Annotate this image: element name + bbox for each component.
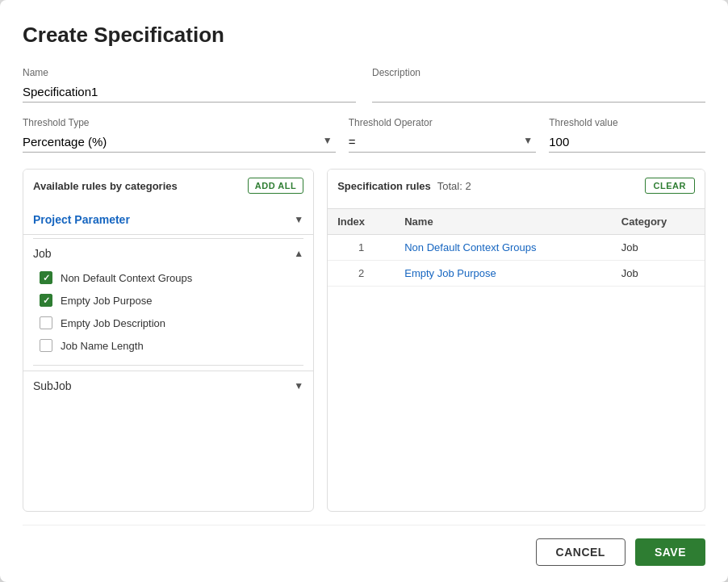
spec-rules-panel: Specification rules Total: 2 CLEAR Index…: [327, 169, 705, 512]
col-index: Index: [328, 209, 395, 235]
row-2-name[interactable]: Empty Job Purpose: [395, 261, 612, 287]
name-description-row: Name Description: [23, 67, 705, 103]
name-field-group: Name: [23, 67, 356, 103]
threshold-type-group: Threshold Type Percentage (%) ▼: [23, 117, 336, 153]
row-1-category: Job: [612, 235, 705, 261]
rule-item-4[interactable]: Job Name Length: [23, 334, 313, 357]
threshold-value-group: Threshold value: [549, 117, 705, 153]
spec-panel-header: Specification rules Total: 2 CLEAR: [328, 170, 705, 202]
category-dropdown-arrow[interactable]: ▼: [294, 214, 303, 225]
dialog-title: Create Specification: [23, 23, 705, 48]
name-input[interactable]: [23, 82, 356, 103]
table-row: 2 Empty Job Purpose Job: [328, 261, 705, 287]
checkbox-1[interactable]: [40, 271, 52, 284]
clear-button[interactable]: CLEAR: [645, 178, 695, 194]
panels-row: Available rules by categories ADD ALL Pr…: [23, 169, 705, 512]
job-group-arrow[interactable]: ▲: [294, 248, 303, 259]
dialog-footer: CANCEL SAVE: [23, 525, 705, 566]
description-label: Description: [372, 67, 705, 78]
threshold-operator-label: Threshold Operator: [349, 117, 537, 128]
col-name: Name: [395, 209, 612, 235]
rule-item-3[interactable]: Empty Job Description: [23, 312, 313, 334]
threshold-value-input[interactable]: [549, 132, 705, 153]
rule-label-1: Non Default Context Groups: [61, 272, 192, 284]
spec-panel-header-left: Specification rules Total: 2: [337, 180, 471, 192]
threshold-type-select[interactable]: Percentage (%): [23, 132, 336, 153]
subjob-arrow[interactable]: ▼: [294, 380, 303, 391]
rule-item-2[interactable]: Empty Job Purpose: [23, 289, 313, 312]
available-panel-header: Available rules by categories ADD ALL: [23, 170, 313, 202]
checkbox-3[interactable]: [40, 316, 52, 329]
subjob-header[interactable]: SubJob ▼: [23, 371, 313, 400]
available-panel-title: Available rules by categories: [33, 180, 178, 192]
save-button[interactable]: SAVE: [635, 538, 705, 566]
subjob-label: SubJob: [33, 379, 71, 392]
row-1-index: 1: [328, 235, 395, 261]
threshold-type-label: Threshold Type: [23, 117, 336, 128]
spec-table-head: Index Name Category: [328, 209, 705, 235]
available-panel-body: Project Parameter ▼ Job ▲ Non Default Co…: [23, 202, 313, 511]
checkbox-2[interactable]: [40, 294, 52, 307]
spec-panel-title: Specification rules: [337, 180, 431, 192]
row-1-name[interactable]: Non Default Context Groups: [395, 235, 612, 261]
name-label: Name: [23, 67, 356, 78]
spec-table-header-row: Index Name Category: [328, 209, 705, 235]
table-row: 1 Non Default Context Groups Job: [328, 235, 705, 261]
cancel-button[interactable]: CANCEL: [536, 538, 625, 566]
subjob-section: SubJob ▼: [23, 371, 313, 400]
threshold-row: Threshold Type Percentage (%) ▼ Threshol…: [23, 117, 705, 153]
description-field-group: Description: [372, 67, 705, 103]
available-rules-panel: Available rules by categories ADD ALL Pr…: [23, 169, 314, 512]
spec-panel-body: Index Name Category 1 Non Default Contex…: [328, 202, 705, 511]
rule-label-3: Empty Job Description: [61, 317, 165, 329]
create-specification-dialog: Create Specification Name Description Th…: [0, 0, 728, 582]
rule-item-1[interactable]: Non Default Context Groups: [23, 266, 313, 289]
threshold-operator-select[interactable]: =: [349, 132, 537, 153]
rule-label-4: Job Name Length: [61, 340, 144, 352]
spec-table: Index Name Category 1 Non Default Contex…: [328, 208, 705, 287]
col-category: Category: [612, 209, 705, 235]
threshold-value-label: Threshold value: [549, 117, 705, 128]
spec-table-body: 1 Non Default Context Groups Job 2 Empty…: [328, 235, 705, 287]
row-2-category: Job: [612, 261, 705, 287]
description-input[interactable]: [372, 82, 705, 103]
rule-label-2: Empty Job Purpose: [61, 295, 152, 307]
add-all-button[interactable]: ADD ALL: [248, 178, 303, 194]
job-group-header[interactable]: Job ▲: [23, 239, 313, 266]
checkbox-4[interactable]: [40, 339, 52, 352]
row-2-index: 2: [328, 261, 395, 287]
category-selector-label: Project Parameter: [33, 213, 130, 226]
divider-2: [33, 365, 303, 366]
job-group-label: Job: [33, 247, 52, 260]
spec-total: Total: 2: [437, 180, 471, 192]
category-selector[interactable]: Project Parameter ▼: [23, 208, 313, 235]
threshold-operator-group: Threshold Operator = ▼: [349, 117, 537, 153]
